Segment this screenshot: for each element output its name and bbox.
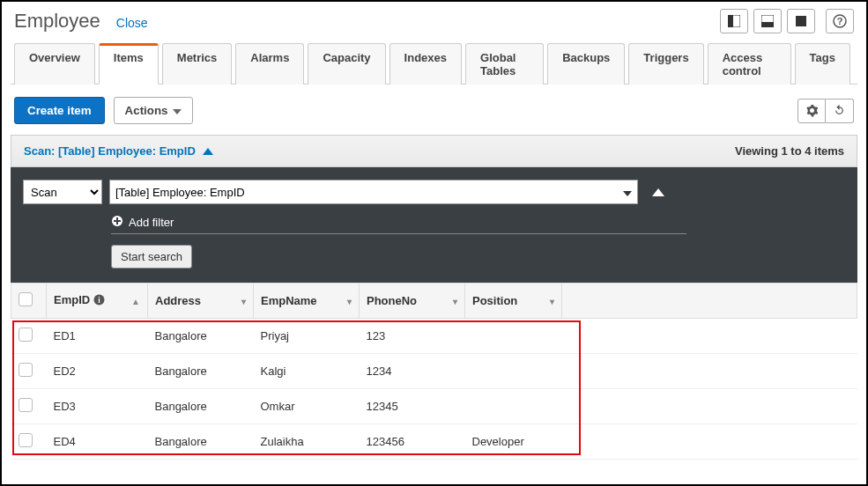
svg-marker-10	[652, 188, 664, 196]
row-checkbox[interactable]	[19, 363, 33, 377]
tab-tags[interactable]: Tags	[795, 43, 850, 85]
sort-icon: ▾	[347, 296, 352, 306]
add-filter-label: Add filter	[129, 216, 174, 229]
table-row: ED4BangaloreZulaikha123456Developer	[11, 424, 857, 460]
cell-phoneno: 12345	[360, 389, 465, 424]
tab-global-tables[interactable]: Global Tables	[465, 43, 544, 85]
svg-rect-1	[728, 15, 733, 27]
cell-position	[465, 389, 562, 424]
tab-items[interactable]: Items	[99, 43, 159, 85]
add-filter-button[interactable]: Add filter	[111, 215, 845, 230]
tabs: OverviewItemsMetricsAlarmsCapacityIndexe…	[11, 42, 857, 85]
cell-position: Developer	[465, 424, 562, 460]
table-key-select[interactable]: [Table] Employee: EmpID	[109, 180, 638, 204]
row-checkbox[interactable]	[19, 398, 33, 412]
sort-icon: ▾	[453, 296, 457, 306]
sort-icon: ▾	[550, 296, 554, 306]
svg-marker-7	[173, 109, 182, 114]
scan-type-select[interactable]: Scan	[23, 180, 102, 204]
table-row: ED3BangaloreOmkar12345	[11, 389, 857, 424]
chevron-down-icon	[623, 186, 632, 199]
layout-icon-3[interactable]	[787, 9, 815, 33]
cell-spacer	[562, 354, 857, 389]
svg-rect-4	[796, 16, 806, 26]
actions-dropdown[interactable]: Actions	[114, 97, 194, 124]
tab-metrics[interactable]: Metrics	[162, 43, 233, 85]
cell-phoneno: 123456	[360, 424, 465, 460]
cell-spacer	[562, 319, 857, 354]
table-key-value: [Table] Employee: EmpID	[115, 186, 245, 199]
svg-marker-8	[203, 148, 213, 155]
cell-empid[interactable]: ED3	[47, 389, 148, 424]
info-icon: i	[93, 294, 105, 308]
cell-address: Bangalore	[148, 389, 254, 424]
refresh-icon[interactable]	[826, 99, 854, 123]
scan-summary-label[interactable]: Scan: [Table] Employee: EmpID	[24, 144, 196, 158]
tab-alarms[interactable]: Alarms	[235, 43, 304, 85]
cell-position	[465, 354, 562, 389]
sort-asc-icon: ▲	[131, 296, 140, 306]
svg-text:?: ?	[837, 16, 843, 26]
tab-access-control[interactable]: Access control	[708, 43, 791, 85]
cell-empname: Kalgi	[254, 354, 360, 389]
cell-phoneno: 123	[360, 319, 465, 354]
items-table: EmpID i▲Address▾EmpName▾PhoneNo▾Position…	[11, 283, 857, 460]
chevron-up-icon[interactable]	[203, 144, 213, 158]
table-row: ED2BangaloreKalgi1234	[11, 354, 857, 389]
svg-rect-13	[114, 220, 121, 222]
column-header-address[interactable]: Address▾	[148, 284, 254, 319]
cell-position	[465, 319, 562, 354]
layout-icon-1[interactable]	[720, 9, 748, 33]
divider	[111, 233, 686, 234]
start-search-button[interactable]: Start search	[111, 245, 192, 269]
column-header-empid[interactable]: EmpID i▲	[47, 284, 148, 319]
viewing-count: Viewing 1 to 4 items	[735, 144, 844, 158]
actions-label: Actions	[125, 104, 168, 117]
column-spacer	[562, 284, 857, 319]
column-header-position[interactable]: Position▾	[465, 284, 562, 319]
layout-icon-2[interactable]	[753, 9, 782, 33]
help-icon[interactable]: ?	[826, 9, 854, 33]
cell-phoneno: 1234	[360, 354, 465, 389]
cell-empid[interactable]: ED4	[47, 424, 148, 460]
svg-rect-3	[761, 22, 774, 27]
cell-empname: Zulaikha	[254, 424, 360, 460]
cell-address: Bangalore	[148, 424, 254, 460]
page-title: Employee	[14, 10, 100, 33]
row-checkbox[interactable]	[19, 433, 33, 447]
cell-empid[interactable]: ED2	[47, 354, 148, 389]
cell-empname: Omkar	[254, 389, 360, 424]
create-item-button[interactable]: Create item	[14, 97, 105, 124]
chevron-down-icon	[173, 104, 182, 117]
close-link[interactable]: Close	[116, 16, 148, 30]
tab-overview[interactable]: Overview	[14, 43, 95, 85]
column-header-phoneno[interactable]: PhoneNo▾	[360, 284, 465, 319]
svg-text:i: i	[98, 296, 100, 305]
tab-capacity[interactable]: Capacity	[308, 43, 385, 85]
column-header-empname[interactable]: EmpName▾	[254, 284, 360, 319]
svg-marker-9	[623, 191, 632, 196]
cell-address: Bangalore	[148, 354, 254, 389]
collapse-icon[interactable]	[645, 180, 671, 204]
select-all-checkbox[interactable]	[19, 292, 33, 306]
settings-icon[interactable]	[798, 99, 826, 123]
plus-icon	[111, 215, 123, 230]
cell-address: Bangalore	[148, 319, 254, 354]
tab-backups[interactable]: Backups	[547, 43, 625, 85]
cell-empname: Priyaj	[254, 319, 360, 354]
cell-spacer	[562, 389, 857, 424]
sort-icon: ▾	[241, 296, 246, 306]
cell-empid[interactable]: ED1	[47, 319, 148, 354]
row-checkbox[interactable]	[19, 328, 33, 342]
tab-indexes[interactable]: Indexes	[389, 43, 462, 85]
table-row: ED1BangalorePriyaj123	[11, 319, 857, 354]
cell-spacer	[562, 424, 857, 460]
tab-triggers[interactable]: Triggers	[628, 43, 703, 85]
